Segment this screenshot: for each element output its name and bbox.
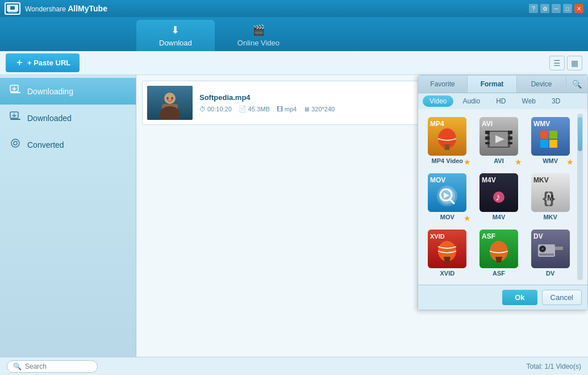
mkv-icon: MKV {} M	[531, 173, 570, 212]
format-item-asf[interactable]: ASF ASF	[474, 226, 524, 280]
svg-rect-26	[485, 136, 490, 140]
format-icon-small: 🎞	[277, 106, 283, 113]
mkv-label: MKV	[543, 214, 557, 220]
scrollbar-thumb	[578, 117, 582, 151]
close-button[interactable]: ✕	[574, 4, 583, 13]
format-item-wmv[interactable]: WMV WMV ★	[526, 114, 575, 168]
search-box[interactable]: 🔍	[7, 360, 98, 373]
svg-point-11	[164, 93, 176, 104]
svg-text:DV: DV	[533, 232, 543, 240]
format-item-mp4[interactable]: MP4 MP4 Video	[423, 114, 472, 168]
sidebar-item-downloaded[interactable]: Downloaded	[0, 105, 136, 131]
avi-icon: AVI	[479, 117, 518, 156]
cancel-button[interactable]: Cancel	[542, 290, 582, 305]
plus-icon: ＋	[15, 57, 24, 69]
svg-rect-7	[10, 119, 20, 120]
minimize-button[interactable]: ─	[552, 4, 561, 13]
svg-point-65	[541, 248, 544, 250]
downloaded-icon	[9, 111, 22, 124]
svg-text:XVID: XVID	[430, 233, 445, 240]
dv-label: DV	[546, 270, 554, 277]
svg-text:MOV: MOV	[430, 176, 445, 184]
format-item-mov[interactable]: MOV MOV ★	[423, 170, 472, 224]
sidebar-item-converted[interactable]: Converted	[0, 131, 136, 158]
sidebar-item-downloaded-label: Downloaded	[27, 114, 72, 123]
sidebar-item-converted-label: Converted	[27, 140, 64, 149]
help-button[interactable]: ?	[529, 4, 538, 13]
format-grid-container: MP4 MP4 Video	[418, 109, 587, 285]
ok-button[interactable]: Ok	[502, 290, 537, 305]
format-item-dv[interactable]: DV DV	[526, 226, 575, 280]
format-subtabs: Video Audio HD Web 3D	[418, 93, 587, 109]
svg-rect-37	[540, 140, 548, 148]
format-item-mkv[interactable]: MKV {} M MKV	[526, 170, 575, 224]
subtab-web[interactable]: Web	[515, 95, 543, 107]
svg-rect-36	[549, 131, 557, 139]
subtab-hd[interactable]: HD	[489, 95, 512, 107]
mov-icon: MOV	[428, 173, 466, 212]
svg-rect-66	[555, 247, 563, 250]
video-format: 🎞 mp4	[277, 105, 297, 113]
subtab-video[interactable]: Video	[423, 95, 453, 107]
asf-icon: ASF	[479, 230, 518, 268]
app-logo	[5, 2, 20, 15]
grid-view-button[interactable]: ▦	[567, 56, 582, 70]
online-video-tab-icon: 🎬	[252, 24, 265, 36]
settings-button[interactable]: ⚙	[540, 4, 549, 13]
video-thumbnail	[147, 86, 193, 120]
format-item-avi[interactable]: AVI	[474, 114, 524, 168]
svg-text:WMV: WMV	[533, 120, 550, 128]
m4v-label: M4V	[493, 214, 506, 220]
format-item-m4v[interactable]: M4V ♪ M4V	[474, 170, 524, 224]
format-item-xvid[interactable]: XVID XVID	[423, 226, 472, 280]
file-icon: 📄	[239, 105, 247, 113]
format-scrollbar[interactable]	[577, 114, 583, 280]
mp4-star: ★	[464, 157, 471, 166]
toolbar-right: ☰ ▦	[549, 56, 582, 70]
svg-point-8	[11, 139, 19, 147]
wmv-icon: WMV	[531, 117, 570, 156]
xvid-label: XVID	[440, 270, 454, 277]
nav-tabs: ⬇ Download 🎬 Online Video	[0, 17, 588, 51]
svg-rect-38	[549, 140, 557, 148]
mp4-label: MP4 Video	[432, 157, 463, 164]
search-input[interactable]	[25, 363, 91, 370]
titlebar-left: Wondershare AllMyTube	[5, 2, 107, 15]
subtab-3d[interactable]: 3D	[545, 95, 567, 107]
panel-search-button[interactable]: 🔍	[566, 76, 587, 92]
mov-label: MOV	[440, 214, 454, 220]
svg-text:M4V: M4V	[482, 176, 496, 184]
xvid-icon: XVID	[428, 230, 466, 268]
avi-label: AVI	[494, 157, 504, 164]
tab-download-label: Download	[159, 39, 192, 47]
dv-icon: DV	[531, 230, 570, 268]
paste-url-label: + Paste URL	[27, 59, 70, 67]
panel-tab-format[interactable]: Format	[468, 76, 517, 93]
panel-tab-device[interactable]: Device	[517, 76, 566, 93]
svg-rect-35	[540, 131, 548, 139]
m4v-icon: M4V ♪	[479, 173, 518, 212]
mp4-icon: MP4	[428, 117, 466, 156]
svg-rect-28	[508, 131, 512, 134]
mov-star: ★	[464, 214, 471, 223]
svg-rect-27	[485, 142, 490, 144]
downloading-icon	[9, 85, 22, 98]
video-resolution: 🖥 320*240	[303, 105, 335, 113]
svg-rect-5	[10, 92, 20, 93]
total-label: Total: 1/1 Video(s)	[527, 363, 582, 370]
titlebar: Wondershare AllMyTube ? ⚙ ─ □ ✕	[0, 0, 588, 17]
list-view-button[interactable]: ☰	[549, 56, 565, 70]
svg-rect-3	[10, 6, 15, 10]
paste-url-button[interactable]: ＋ + Paste URL	[6, 53, 80, 72]
panel-tab-favorite[interactable]: Favorite	[418, 76, 468, 93]
converted-icon	[9, 138, 22, 151]
subtab-audio[interactable]: Audio	[456, 95, 487, 107]
download-tab-icon: ⬇	[171, 24, 180, 36]
tab-online-video[interactable]: 🎬 Online Video	[215, 20, 302, 51]
clock-icon: ⏱	[199, 106, 206, 113]
sidebar-item-downloading[interactable]: Downloading	[0, 78, 136, 105]
maximize-button[interactable]: □	[563, 4, 572, 13]
search-icon: 🔍	[13, 363, 22, 370]
wmv-label: WMV	[543, 157, 558, 164]
tab-download[interactable]: ⬇ Download	[136, 20, 215, 51]
